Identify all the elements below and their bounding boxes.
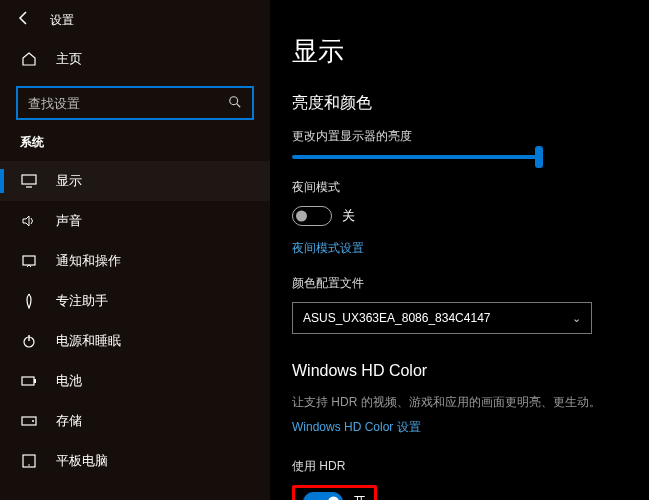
night-light-settings-link[interactable]: 夜间模式设置 <box>292 240 364 257</box>
nav-item-battery[interactable]: 电池 <box>0 361 270 401</box>
night-light-state: 关 <box>342 207 355 225</box>
use-hdr-state: 开 <box>353 493 366 500</box>
nav-label: 通知和操作 <box>56 252 121 270</box>
hd-color-description: 让支持 HDR 的视频、游戏和应用的画面更明亮、更生动。 <box>292 394 649 411</box>
home-icon <box>20 51 38 67</box>
page-title: 显示 <box>292 34 649 69</box>
night-light-label: 夜间模式 <box>292 179 649 196</box>
svg-point-0 <box>230 96 238 104</box>
sidebar-section-label: 系统 <box>0 134 270 161</box>
brightness-section-header: 亮度和颜色 <box>292 93 649 114</box>
battery-icon <box>20 375 38 387</box>
back-icon[interactable] <box>16 10 32 30</box>
chevron-down-icon: ⌄ <box>572 312 581 325</box>
nav-item-notifications[interactable]: 通知和操作 <box>0 241 270 281</box>
search-container <box>16 86 254 120</box>
night-light-toggle[interactable] <box>292 206 332 226</box>
nav-label: 专注助手 <box>56 292 108 310</box>
power-icon <box>20 333 38 349</box>
use-hdr-toggle[interactable] <box>303 492 343 500</box>
titlebar: 设置 <box>0 0 270 40</box>
nav-label: 电源和睡眠 <box>56 332 121 350</box>
nav-item-display[interactable]: 显示 <box>0 161 270 201</box>
svg-line-1 <box>237 103 241 107</box>
main-content: 显示 亮度和颜色 更改内置显示器的亮度 夜间模式 关 夜间模式设置 颜色配置文件… <box>270 0 649 500</box>
nav-label: 显示 <box>56 172 82 190</box>
color-profile-label: 颜色配置文件 <box>292 275 649 292</box>
nav-label: 存储 <box>56 412 82 430</box>
nav-item-power[interactable]: 电源和睡眠 <box>0 321 270 361</box>
nav-label: 电池 <box>56 372 82 390</box>
nav-item-tablet[interactable]: 平板电脑 <box>0 441 270 481</box>
sound-icon <box>20 214 38 228</box>
nav-item-sound[interactable]: 声音 <box>0 201 270 241</box>
annotation-highlight: 开 <box>292 485 377 500</box>
svg-point-12 <box>28 464 30 466</box>
svg-point-10 <box>32 420 34 422</box>
tablet-icon <box>20 454 38 468</box>
svg-rect-2 <box>22 175 36 184</box>
use-hdr-label: 使用 HDR <box>292 458 649 475</box>
nav-list: 显示 声音 通知和操作 专注助手 电源和睡眠 电池 存储 平板电脑 <box>0 161 270 481</box>
window-title: 设置 <box>50 12 74 29</box>
brightness-slider[interactable] <box>292 155 540 159</box>
slider-thumb[interactable] <box>535 146 543 168</box>
home-button[interactable]: 主页 <box>0 40 270 78</box>
nav-label: 声音 <box>56 212 82 230</box>
search-box[interactable] <box>16 86 254 120</box>
search-input[interactable] <box>18 96 252 111</box>
nav-label: 平板电脑 <box>56 452 108 470</box>
color-profile-value: ASUS_UX363EA_8086_834C4147 <box>303 311 490 325</box>
hd-color-section-header: Windows HD Color <box>292 362 649 380</box>
search-icon <box>228 95 242 112</box>
svg-rect-8 <box>34 379 36 383</box>
home-label: 主页 <box>56 50 82 68</box>
notifications-icon <box>20 254 38 268</box>
color-profile-dropdown[interactable]: ASUS_UX363EA_8086_834C4147 ⌄ <box>292 302 592 334</box>
nav-item-focus[interactable]: 专注助手 <box>0 281 270 321</box>
hd-color-settings-link[interactable]: Windows HD Color 设置 <box>292 419 421 436</box>
sidebar: 设置 主页 系统 显示 声音 通知和操作 专注助手 <box>0 0 270 500</box>
focus-icon <box>20 293 38 309</box>
storage-icon <box>20 415 38 427</box>
brightness-label: 更改内置显示器的亮度 <box>292 128 649 145</box>
display-icon <box>20 174 38 188</box>
svg-rect-4 <box>23 256 35 265</box>
nav-item-storage[interactable]: 存储 <box>0 401 270 441</box>
svg-rect-7 <box>22 377 34 385</box>
